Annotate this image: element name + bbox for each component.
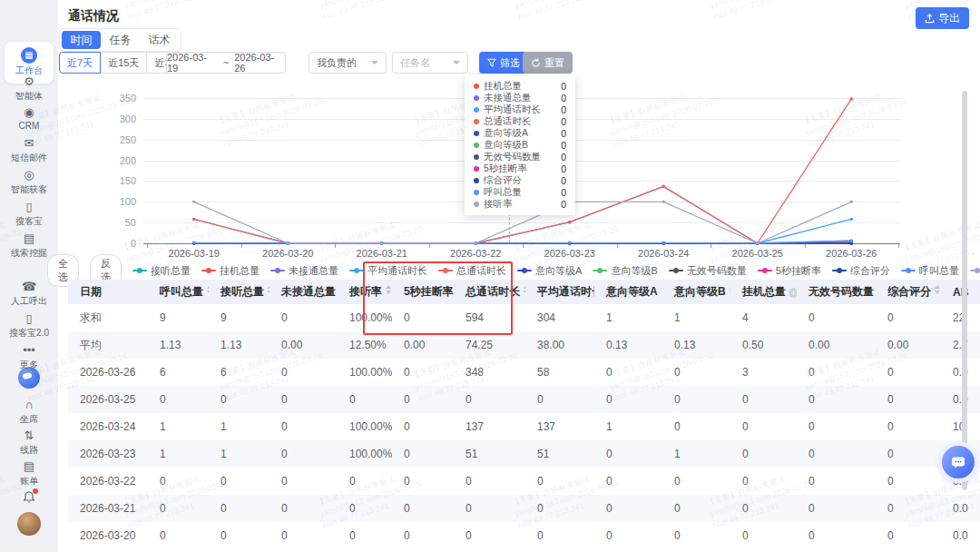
column-header-意向等级A[interactable]: 意向等级A (594, 280, 662, 304)
y-axis-tick-label: 350 (98, 93, 136, 104)
column-header-label: 挂机总量 (742, 285, 786, 298)
vertical-scrollbar[interactable] (962, 91, 967, 490)
range-近15天[interactable]: 近15天 (100, 52, 147, 74)
sidebar-item-label: 短信邮件 (0, 152, 58, 164)
table-cell: 1 (148, 413, 209, 440)
column-header-label: 未接通总量 (281, 285, 336, 298)
legend-item-5秒挂断率[interactable]: 5秒挂断率 (758, 264, 821, 278)
sidebar-item-crm[interactable]: ◉CRM (0, 105, 58, 131)
export-button[interactable]: 导出 (916, 7, 969, 29)
legend-item-总通话时长[interactable]: 总通话时长 (438, 264, 506, 278)
tab-时间[interactable]: 时间 (62, 31, 101, 49)
table-cell: 0 (148, 522, 209, 549)
data-point (849, 97, 853, 101)
owner-select[interactable]: 我负责的 (309, 52, 387, 74)
sort-icons[interactable] (386, 285, 391, 294)
column-header-AB: AB (941, 280, 980, 304)
table-cell: 1 (662, 440, 730, 468)
series-dot-icon (474, 166, 479, 172)
tab-话术[interactable]: 话术 (140, 31, 179, 49)
task-name-select[interactable]: 任务名 (392, 52, 468, 74)
table-row-2026-03-24: 2026-03-24110100.00%01371371000010 (68, 413, 980, 440)
column-header-接听总量[interactable]: 接听总量 (209, 280, 270, 304)
column-header-无效号码数量[interactable]: 无效号码数量i (797, 280, 876, 304)
sort-icons[interactable] (268, 285, 270, 294)
tooltip-item: 意向等级B0 (474, 139, 566, 151)
legend-item-呼叫总量[interactable]: 呼叫总量 (901, 264, 959, 278)
table-cell: 0 (876, 468, 941, 495)
column-header-5秒挂断率[interactable]: 5秒挂断率 (392, 280, 454, 304)
tooltip-label: 挂机总量 (484, 80, 555, 93)
sort-icons[interactable] (524, 285, 525, 294)
legend-item-意向等级A[interactable]: 意向等级A (517, 264, 582, 278)
notification-bell-icon[interactable] (22, 490, 36, 505)
tooltip-item: 意向等级A0 (474, 127, 566, 139)
sidebar-item-manual-call[interactable]: ☎人工呼出 (0, 280, 58, 308)
sidebar-item-soukebao2[interactable]: ▯搜客宝2.0 (0, 311, 58, 340)
column-header-挂机总量[interactable]: 挂机总量i (730, 280, 797, 304)
legend-item-接听总量[interactable]: 接听总量 (132, 264, 191, 278)
info-icon[interactable]: i (789, 288, 797, 298)
legend-item-挂机总量[interactable]: 挂机总量 (201, 264, 260, 278)
table-row-求和: 求和990100.00%05943041140022 (68, 304, 980, 331)
date-range-input[interactable]: 2026-03-19 ~ 2026-03-26 (166, 52, 286, 74)
table-cell: 0 (392, 386, 454, 413)
table-cell: 0 (876, 522, 941, 549)
table-cell: 求和 (68, 304, 148, 331)
column-header-平均通话时长[interactable]: 平均通话时长 (525, 280, 594, 304)
sidebar-item-agent[interactable]: ⚙智能体 (0, 74, 58, 103)
sort-icons[interactable] (730, 285, 730, 294)
table-cell: 0 (525, 495, 594, 522)
column-header-总通话时长[interactable]: 总通话时长 (454, 280, 525, 304)
table-cell: 1.13 (148, 331, 209, 359)
series-dot-icon (474, 107, 479, 113)
sort-icons[interactable] (662, 285, 662, 294)
table-cell: 0.00 (270, 331, 338, 359)
series-dot-icon (474, 131, 479, 136)
legend-item-综合评分[interactable]: 综合评分 (832, 264, 890, 278)
table-cell: 6 (209, 359, 270, 386)
tooltip-item: 未接通总量0 (474, 92, 566, 104)
table-cell: 304 (525, 304, 594, 331)
table-cell: 6 (148, 359, 209, 386)
sidebar-item-clue-mining[interactable]: ▤线索挖掘 (0, 232, 58, 260)
legend-item-意向等级B[interactable]: 意向等级B (593, 264, 657, 278)
sidebar-item-bill[interactable]: ▤账单 (0, 459, 58, 488)
legend-label: 挂机总量 (220, 264, 260, 278)
y-axis-tick-label: 150 (98, 175, 136, 186)
column-header-未接通总量[interactable]: 未接通总量 (270, 280, 338, 304)
y-axis-tick-label: 50 (98, 217, 136, 228)
sidebar-item-seat[interactable]: ∩坐席 (0, 398, 58, 426)
sidebar-item-lead-gen[interactable]: ◎智能获客 (0, 168, 58, 196)
legend-marker-icon (758, 270, 772, 271)
column-header-综合评分[interactable]: 综合评分 (876, 280, 941, 304)
range-近7天[interactable]: 近7天 (59, 52, 101, 74)
chat-float-button[interactable] (942, 446, 975, 478)
table-cell: 0 (454, 522, 525, 549)
sidebar-item-soukebao[interactable]: ▯搜客宝 (0, 200, 58, 228)
sort-icons[interactable] (935, 285, 940, 294)
date-start: 2026-03-19 (167, 52, 218, 74)
legend-item-接听率[interactable]: 接听率 (970, 264, 980, 278)
date-end: 2026-03-26 (234, 52, 285, 74)
sidebar-item-label: 搜客宝2.0 (0, 327, 58, 340)
sidebar-item-sms-mail[interactable]: ✉短信邮件 (0, 136, 58, 164)
user-avatar[interactable] (17, 512, 41, 536)
sidebar-item-more[interactable]: •••更多 (0, 343, 58, 371)
sidebar-item-line[interactable]: ⇅线路 (0, 429, 58, 457)
chat-bubble-icon (950, 454, 966, 470)
tab-任务[interactable]: 任务 (101, 31, 140, 49)
table-cell: 0 (148, 386, 209, 413)
legend-item-未接通总量[interactable]: 未接通总量 (270, 264, 338, 278)
table-cell: 0.13 (594, 331, 662, 359)
table-cell: 2026-03-26 (68, 359, 148, 386)
column-header-呼叫总量[interactable]: 呼叫总量 (148, 280, 209, 304)
column-header-接听率[interactable]: 接听率 (338, 280, 392, 304)
column-header-意向等级B[interactable]: 意向等级B (662, 280, 730, 304)
filter-button[interactable]: 筛选 (479, 52, 528, 74)
sort-icons[interactable] (207, 285, 209, 294)
legend-item-平均通话时长[interactable]: 平均通话时长 (349, 264, 427, 278)
legend-item-无效号码数量[interactable]: 无效号码数量 (669, 264, 747, 278)
watermark-text: 【主要】自用标准测试yanshi@163.com 2026-03-26root … (510, 0, 622, 23)
reset-button[interactable]: 重置 (523, 52, 573, 74)
